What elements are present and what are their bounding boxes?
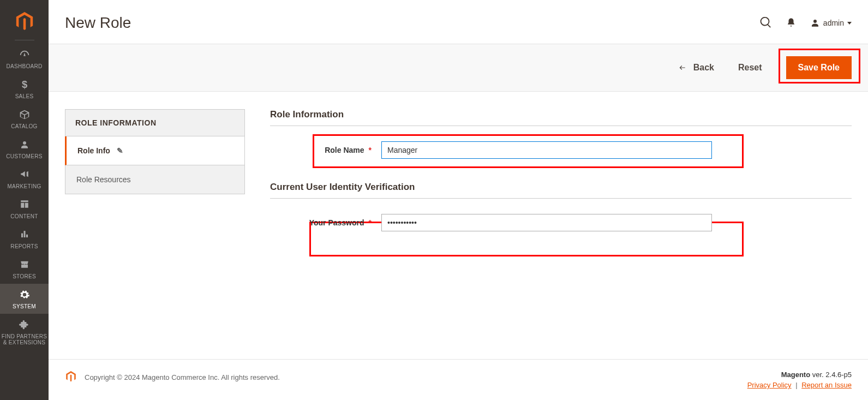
sidebar-item-stores[interactable]: STORES bbox=[0, 254, 49, 284]
sidebar-item-customers[interactable]: CUSTOMERS bbox=[0, 134, 49, 164]
sidebar-label: STORES bbox=[1, 273, 47, 279]
sidebar-item-content[interactable]: CONTENT bbox=[0, 194, 49, 224]
dollar-icon: $ bbox=[1, 79, 47, 91]
pencil-icon: ✎ bbox=[117, 146, 123, 155]
sidebar-item-reports[interactable]: REPORTS bbox=[0, 224, 49, 254]
fieldset-identity-verification: Current User Identity Verification Your … bbox=[270, 182, 852, 234]
tab-label: Role Info bbox=[77, 146, 110, 155]
user-icon bbox=[810, 18, 820, 28]
store-icon bbox=[1, 259, 47, 271]
sidebar-label: DASHBOARD bbox=[1, 63, 47, 69]
admin-sidebar: DASHBOARD $ SALES CATALOG CUSTOMERS MARK… bbox=[0, 0, 49, 400]
report-issue-link[interactable]: Report an Issue bbox=[801, 381, 852, 389]
action-bar: Back Reset Save Role bbox=[49, 44, 868, 92]
sidebar-label: FIND PARTNERS & EXTENSIONS bbox=[1, 333, 47, 345]
page-title: New Role bbox=[65, 14, 131, 32]
role-tabs: ROLE INFORMATION Role Info ✎ Role Resour… bbox=[65, 109, 245, 342]
footer-left: Copyright © 2024 Magento Commerce Inc. A… bbox=[65, 371, 280, 384]
page-header: New Role admin bbox=[49, 0, 868, 44]
arrow-left-icon bbox=[677, 64, 688, 71]
sidebar-label: CONTENT bbox=[1, 213, 47, 219]
header-actions: admin bbox=[760, 16, 852, 30]
version-text: Magento ver. 2.4.6-p5 bbox=[747, 371, 852, 379]
fieldset-legend: Role Information bbox=[270, 109, 852, 126]
field-password: Your Password* bbox=[270, 212, 852, 234]
fieldset-legend: Current User Identity Verification bbox=[270, 182, 852, 199]
field-role-name: Role Name* bbox=[270, 139, 852, 161]
box-icon bbox=[1, 109, 47, 121]
magento-logo-icon bbox=[14, 11, 35, 32]
tab-role-info[interactable]: Role Info ✎ bbox=[65, 136, 245, 165]
copyright-text: Copyright © 2024 Magento Commerce Inc. A… bbox=[85, 373, 280, 381]
dashboard-icon bbox=[1, 49, 47, 61]
password-input[interactable] bbox=[381, 214, 712, 231]
sidebar-item-system[interactable]: SYSTEM bbox=[0, 284, 49, 314]
sidebar-label: MARKETING bbox=[1, 183, 47, 189]
page-footer: Copyright © 2024 Magento Commerce Inc. A… bbox=[49, 359, 868, 400]
sidebar-label: CATALOG bbox=[1, 123, 47, 129]
magento-footer-logo-icon bbox=[65, 371, 77, 384]
search-icon[interactable] bbox=[760, 16, 772, 30]
privacy-policy-link[interactable]: Privacy Policy bbox=[747, 381, 792, 389]
bars-icon bbox=[1, 229, 47, 241]
content-columns: ROLE INFORMATION Role Info ✎ Role Resour… bbox=[49, 92, 868, 359]
sidebar-label: SALES bbox=[1, 93, 47, 99]
megaphone-icon bbox=[1, 169, 47, 181]
bell-icon[interactable] bbox=[786, 17, 796, 29]
svg-text:$: $ bbox=[21, 79, 27, 90]
sidebar-item-catalog[interactable]: CATALOG bbox=[0, 104, 49, 134]
user-menu[interactable]: admin bbox=[810, 18, 852, 28]
save-role-button[interactable]: Save Role bbox=[786, 56, 852, 79]
chevron-down-icon bbox=[847, 22, 852, 25]
tab-role-resources[interactable]: Role Resources bbox=[65, 165, 245, 194]
user-name: admin bbox=[823, 19, 844, 27]
puzzle-icon bbox=[1, 319, 47, 331]
role-name-input[interactable] bbox=[381, 141, 712, 159]
tab-label: Role Resources bbox=[76, 175, 131, 184]
sidebar-label: CUSTOMERS bbox=[1, 153, 47, 159]
magento-logo[interactable] bbox=[14, 5, 35, 40]
form-area: Role Information Role Name* Current User… bbox=[270, 109, 852, 342]
reset-button[interactable]: Reset bbox=[738, 63, 762, 73]
person-icon bbox=[1, 139, 47, 151]
back-button[interactable]: Back bbox=[677, 63, 714, 73]
tabs-heading: ROLE INFORMATION bbox=[65, 109, 245, 136]
sidebar-item-marketing[interactable]: MARKETING bbox=[0, 164, 49, 194]
layout-icon bbox=[1, 199, 47, 211]
required-asterisk: * bbox=[369, 146, 372, 154]
footer-links: Privacy Policy | Report an Issue bbox=[747, 381, 852, 389]
sidebar-item-partners[interactable]: FIND PARTNERS & EXTENSIONS bbox=[0, 314, 49, 350]
password-label: Your Password* bbox=[270, 218, 372, 227]
sidebar-divider bbox=[15, 40, 34, 40]
separator: | bbox=[795, 381, 797, 389]
footer-right: Magento ver. 2.4.6-p5 Privacy Policy | R… bbox=[747, 371, 852, 389]
fieldset-role-information: Role Information Role Name* bbox=[270, 109, 852, 161]
main-content: New Role admin Back Reset Save Role ROLE… bbox=[49, 0, 868, 400]
sidebar-label: SYSTEM bbox=[1, 303, 47, 309]
required-asterisk: * bbox=[369, 218, 372, 227]
sidebar-item-sales[interactable]: $ SALES bbox=[0, 74, 49, 104]
back-label: Back bbox=[693, 63, 714, 73]
role-name-label: Role Name* bbox=[270, 146, 372, 154]
gear-icon bbox=[1, 289, 47, 301]
sidebar-label: REPORTS bbox=[1, 243, 47, 249]
sidebar-item-dashboard[interactable]: DASHBOARD bbox=[0, 44, 49, 74]
